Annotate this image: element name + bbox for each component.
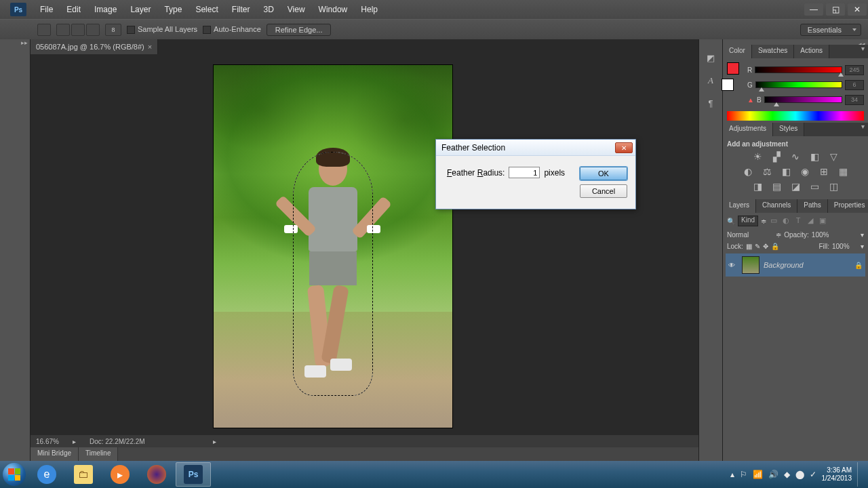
dialog-titlebar[interactable]: Feather Selection ✕ — [436, 140, 635, 156]
refine-edge-button[interactable]: Refine Edge... — [267, 24, 332, 36]
canvas[interactable] — [214, 65, 452, 428]
lock-position-icon[interactable]: ✥ — [763, 243, 768, 250]
tray-icon[interactable]: ✓ — [810, 470, 816, 479]
brightness-icon[interactable]: ☀ — [751, 150, 764, 163]
ok-button[interactable]: OK — [580, 167, 627, 180]
subtract-selection-icon[interactable] — [86, 24, 100, 36]
invert-icon[interactable]: ◨ — [751, 180, 764, 192]
lock-all-icon[interactable]: 🔒 — [771, 243, 779, 250]
taskbar-explorer[interactable]: 🗀 — [66, 462, 101, 487]
tab-layers[interactable]: Layers — [723, 199, 756, 213]
lut-icon[interactable]: ▦ — [837, 165, 849, 178]
taskbar-wmp[interactable]: ▸ — [102, 462, 138, 487]
menu-image[interactable]: Image — [87, 0, 123, 19]
menu-file[interactable]: File — [33, 0, 60, 19]
menu-window[interactable]: Window — [312, 0, 355, 19]
close-tab-icon[interactable]: × — [148, 43, 152, 51]
tray-network-icon[interactable]: 📶 — [753, 470, 763, 479]
add-selection-icon[interactable] — [71, 24, 85, 36]
panel-menu-icon[interactable]: ▾ — [857, 45, 868, 58]
photo-filter-icon[interactable]: ◉ — [799, 165, 811, 178]
tab-properties[interactable]: Properties — [828, 199, 868, 213]
tray-icon[interactable]: ⬤ — [795, 470, 804, 479]
filter-smart-icon[interactable]: ▣ — [818, 216, 827, 226]
bw-icon[interactable]: ◧ — [780, 165, 792, 178]
layer-name[interactable]: Background — [764, 261, 804, 269]
b-slider[interactable] — [764, 96, 842, 103]
brush-size-icon[interactable]: 8 — [105, 24, 121, 36]
layer-thumbnail[interactable] — [742, 256, 760, 274]
filter-kind-select[interactable]: Kind — [738, 216, 758, 226]
r-slider[interactable] — [755, 66, 842, 73]
menu-edit[interactable]: Edit — [60, 0, 87, 19]
new-selection-icon[interactable] — [56, 24, 70, 36]
exposure-icon[interactable]: ◧ — [808, 150, 821, 163]
taskbar-photoshop[interactable]: Ps — [176, 462, 211, 487]
menu-layer[interactable]: Layer — [123, 0, 157, 19]
auto-enhance-checkbox[interactable]: Auto-Enhance — [203, 25, 261, 34]
tray-volume-icon[interactable]: 🔊 — [768, 470, 778, 479]
hue-icon[interactable]: ◐ — [742, 165, 754, 178]
sample-all-layers-checkbox[interactable]: Sample All Layers — [127, 25, 197, 34]
show-desktop-button[interactable] — [857, 462, 864, 487]
tray-flag-icon[interactable]: ⚐ — [740, 470, 747, 479]
menu-help[interactable]: Help — [354, 0, 384, 19]
collapse-icon[interactable]: ▸▸ — [0, 39, 30, 45]
curves-icon[interactable]: ∿ — [789, 150, 802, 163]
minimize-button[interactable]: — — [804, 3, 823, 16]
tray-show-hidden-icon[interactable]: ▴ — [730, 470, 734, 479]
tool-preset-icon[interactable] — [37, 24, 51, 36]
opacity-value[interactable]: 100% — [812, 231, 858, 239]
menu-3d[interactable]: 3D — [256, 0, 280, 19]
vibrance-icon[interactable]: ▽ — [827, 150, 840, 163]
g-slider[interactable] — [755, 81, 842, 88]
menu-type[interactable]: Type — [157, 0, 189, 19]
clock[interactable]: 3:36 AM 1/24/2013 — [822, 466, 852, 483]
close-button[interactable]: ✕ — [848, 3, 867, 16]
character-panel-icon[interactable]: A — [708, 75, 713, 86]
gradient-map-icon[interactable]: ▭ — [808, 180, 821, 192]
tab-paths[interactable]: Paths — [797, 199, 828, 213]
collapse-panels-icon[interactable]: ◂◂ — [723, 39, 868, 45]
r-value[interactable]: 245 — [845, 65, 864, 75]
zoom-value[interactable]: 16.67% — [36, 438, 59, 445]
document-tab[interactable]: 056087A.jpg @ 16.7% (RGB/8#)× — [31, 39, 158, 54]
cancel-button[interactable]: Cancel — [580, 184, 627, 198]
levels-icon[interactable]: ▞ — [770, 150, 783, 163]
start-button[interactable] — [0, 461, 28, 488]
selective-color-icon[interactable]: ◫ — [827, 180, 840, 192]
history-panel-icon[interactable]: ◩ — [707, 53, 715, 63]
panel-menu-icon[interactable]: ▾ — [857, 123, 868, 136]
filter-pixel-icon[interactable]: ▭ — [769, 216, 778, 226]
filter-type-icon[interactable]: T — [793, 216, 803, 226]
menu-filter[interactable]: Filter — [225, 0, 257, 19]
lock-transparent-icon[interactable]: ▦ — [746, 243, 752, 250]
menu-view[interactable]: View — [281, 0, 312, 19]
tab-timeline[interactable]: Timeline — [79, 447, 118, 461]
tab-actions[interactable]: Actions — [794, 45, 829, 58]
tab-adjustments[interactable]: Adjustments — [723, 123, 773, 136]
dialog-close-button[interactable]: ✕ — [615, 142, 633, 153]
filter-adj-icon[interactable]: ◐ — [781, 216, 791, 226]
taskbar-firefox[interactable] — [139, 462, 174, 487]
tab-channels[interactable]: Channels — [756, 199, 797, 213]
paragraph-panel-icon[interactable]: ¶ — [709, 98, 713, 108]
workspace-switcher[interactable]: Essentials — [800, 24, 861, 36]
taskbar-ie[interactable]: e — [29, 462, 64, 487]
tray-icon[interactable]: ◆ — [784, 470, 790, 479]
feather-radius-input[interactable] — [509, 167, 540, 178]
status-play-icon[interactable]: ▸ — [213, 438, 216, 445]
tab-swatches[interactable]: Swatches — [752, 45, 794, 58]
balance-icon[interactable]: ⚖ — [761, 165, 773, 178]
tab-color[interactable]: Color — [723, 45, 752, 58]
visibility-icon[interactable]: 👁 — [728, 262, 738, 269]
channel-mixer-icon[interactable]: ⊞ — [818, 165, 830, 178]
status-arrow-icon[interactable]: ▸ — [73, 438, 76, 445]
g-value[interactable]: 6 — [845, 80, 864, 90]
lock-pixels-icon[interactable]: ✎ — [755, 243, 760, 250]
tab-mini-bridge[interactable]: Mini Bridge — [31, 447, 79, 461]
maximize-button[interactable]: ◱ — [826, 3, 845, 16]
tab-styles[interactable]: Styles — [773, 123, 804, 136]
fill-value[interactable]: 100% — [832, 243, 858, 250]
menu-select[interactable]: Select — [189, 0, 224, 19]
